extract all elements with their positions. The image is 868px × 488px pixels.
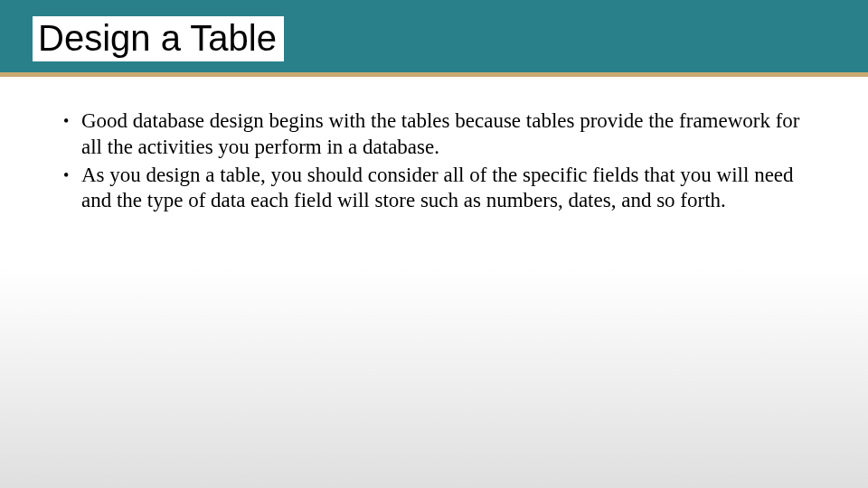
bullet-text: Good database design begins with the tab… — [81, 109, 800, 158]
title-underline — [0, 72, 868, 77]
bullet-icon: • — [63, 167, 69, 183]
slide: Design a Table • Good database design be… — [0, 0, 868, 488]
slide-title: Design a Table — [33, 16, 284, 61]
bullet-text: As you design a table, you should consid… — [81, 164, 794, 212]
body-text: • Good database design begins with the t… — [63, 108, 814, 216]
bullet-icon: • — [63, 113, 69, 129]
bullet-item: • As you design a table, you should cons… — [63, 163, 814, 215]
bullet-item: • Good database design begins with the t… — [63, 108, 814, 161]
